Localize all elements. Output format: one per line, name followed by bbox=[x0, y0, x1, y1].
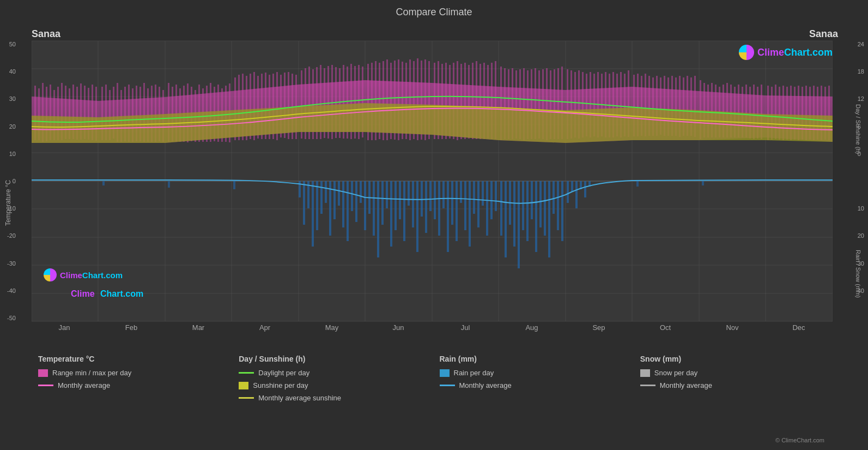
watermark-logo-top bbox=[739, 45, 754, 60]
chart-title: Compare Climate bbox=[0, 0, 868, 20]
svg-rect-303 bbox=[702, 181, 704, 185]
rain-label: Rain per day bbox=[454, 369, 494, 377]
temp-range-label: Range min / max per day bbox=[52, 369, 131, 377]
svg-rect-300 bbox=[168, 181, 170, 188]
y-axis-left: 50403020100 -10-20-30-40-50 bbox=[7, 41, 16, 321]
svg-rect-302 bbox=[636, 181, 639, 187]
svg-rect-245 bbox=[355, 181, 357, 222]
svg-rect-249 bbox=[373, 181, 375, 236]
snow-avg-swatch bbox=[640, 385, 655, 386]
svg-rect-237 bbox=[320, 181, 323, 214]
svg-text:Aug: Aug bbox=[525, 323, 538, 332]
svg-rect-274 bbox=[482, 181, 484, 206]
svg-rect-238 bbox=[325, 181, 327, 203]
svg-rect-284 bbox=[526, 181, 529, 241]
svg-rect-277 bbox=[495, 181, 497, 211]
svg-rect-297 bbox=[584, 181, 586, 197]
legend-item-temp-avg: Monthly average bbox=[38, 381, 228, 389]
svg-rect-236 bbox=[316, 181, 318, 230]
svg-rect-289 bbox=[548, 181, 550, 257]
svg-rect-279 bbox=[505, 181, 507, 257]
svg-text:Apr: Apr bbox=[259, 323, 271, 332]
legend-title-temperature: Temperature °C bbox=[38, 355, 228, 363]
svg-rect-278 bbox=[500, 181, 502, 236]
svg-text:Clime: Clime bbox=[71, 289, 95, 298]
legend-item-rain-per-day: Rain per day bbox=[440, 369, 629, 377]
svg-rect-272 bbox=[473, 181, 475, 214]
temp-range-swatch bbox=[38, 369, 48, 377]
svg-text:Jun: Jun bbox=[393, 323, 404, 332]
svg-rect-283 bbox=[522, 181, 524, 230]
legend-item-rain-avg: Monthly average bbox=[440, 381, 629, 389]
svg-rect-269 bbox=[460, 181, 462, 203]
svg-text:Feb: Feb bbox=[125, 323, 137, 332]
svg-rect-253 bbox=[390, 181, 392, 247]
sunshine-swatch bbox=[239, 382, 248, 389]
location-left: Sanaa bbox=[32, 28, 60, 40]
svg-rect-235 bbox=[312, 181, 314, 247]
legend-item-temp-range: Range min / max per day bbox=[38, 369, 228, 377]
svg-rect-240 bbox=[333, 181, 336, 219]
svg-rect-281 bbox=[513, 181, 515, 247]
svg-rect-258 bbox=[412, 181, 414, 227]
svg-text:Mar: Mar bbox=[192, 323, 205, 332]
page-container: Compare Climate Temperature °C Day / Sun… bbox=[0, 0, 868, 450]
svg-rect-301 bbox=[233, 181, 235, 189]
svg-rect-268 bbox=[456, 181, 458, 241]
svg-text:Oct: Oct bbox=[660, 323, 671, 332]
svg-rect-292 bbox=[561, 181, 563, 241]
svg-text:Chart.com: Chart.com bbox=[100, 289, 143, 298]
legend-item-snow-avg: Monthly average bbox=[640, 381, 830, 389]
svg-rect-267 bbox=[451, 181, 453, 225]
svg-rect-233 bbox=[303, 181, 305, 225]
svg-text:Jan: Jan bbox=[59, 323, 70, 332]
x-axis-labels: Jan Feb Mar Apr May Jun Jul Aug Sep Oct … bbox=[59, 323, 806, 332]
legend-area: Temperature °C Range min / max per day M… bbox=[33, 352, 835, 445]
svg-rect-259 bbox=[416, 181, 418, 252]
temp-avg-line-swatch bbox=[38, 385, 53, 386]
svg-rect-242 bbox=[342, 181, 344, 227]
svg-rect-256 bbox=[403, 181, 405, 241]
sunshine-label: Sunshine per day bbox=[253, 381, 308, 389]
svg-rect-291 bbox=[557, 181, 559, 230]
svg-rect-265 bbox=[442, 181, 445, 208]
svg-rect-260 bbox=[421, 181, 423, 217]
svg-rect-262 bbox=[429, 181, 432, 211]
sunshine-avg-swatch bbox=[239, 397, 254, 399]
svg-rect-243 bbox=[347, 181, 349, 241]
svg-rect-299 bbox=[102, 181, 105, 185]
svg-rect-275 bbox=[486, 181, 488, 236]
snow-swatch bbox=[640, 369, 650, 377]
svg-text:Dec: Dec bbox=[792, 323, 805, 332]
svg-text:Jul: Jul bbox=[461, 323, 470, 332]
snow-avg-label: Monthly average bbox=[660, 381, 712, 389]
svg-text:Nov: Nov bbox=[726, 323, 739, 332]
svg-rect-246 bbox=[360, 181, 362, 203]
svg-rect-264 bbox=[438, 181, 440, 236]
svg-rect-261 bbox=[425, 181, 427, 233]
y-axis-right: 24181260 --10203040-- bbox=[858, 41, 864, 321]
legend-item-sunshine: Sunshine per day bbox=[239, 381, 428, 389]
rain-avg-label: Monthly average bbox=[459, 381, 512, 389]
legend-title-sunshine: Day / Sunshine (h) bbox=[239, 355, 428, 363]
svg-rect-271 bbox=[469, 181, 471, 247]
svg-rect-250 bbox=[377, 181, 379, 257]
svg-rect-257 bbox=[408, 181, 410, 206]
daylight-label: Daylight per day bbox=[258, 369, 309, 377]
main-chart-svg: Jan Feb Mar Apr May Jun Jul Aug Sep Oct … bbox=[32, 26, 833, 337]
svg-rect-286 bbox=[535, 181, 537, 252]
svg-rect-295 bbox=[575, 181, 578, 208]
svg-text:May: May bbox=[325, 323, 339, 332]
watermark-bottom-left-html: ClimeChart.com bbox=[44, 268, 123, 281]
svg-rect-273 bbox=[477, 181, 479, 227]
legend-title-snow: Snow (mm) bbox=[640, 355, 830, 363]
svg-rect-294 bbox=[571, 181, 573, 192]
legend-item-daylight: Daylight per day bbox=[239, 369, 428, 377]
svg-rect-251 bbox=[381, 181, 384, 225]
rain-swatch bbox=[440, 369, 450, 377]
legend-col-temperature: Temperature °C Range min / max per day M… bbox=[33, 352, 233, 445]
svg-rect-266 bbox=[447, 181, 449, 252]
sunshine-avg-label: Monthly average sunshine bbox=[258, 394, 341, 402]
svg-rect-270 bbox=[464, 181, 466, 230]
svg-rect-287 bbox=[539, 181, 542, 227]
